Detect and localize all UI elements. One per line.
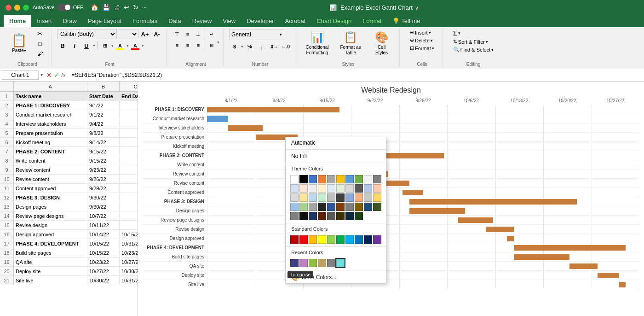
automatic-color-item[interactable]: Automatic (286, 137, 386, 148)
cell-start-date[interactable]: 10/23/22 (87, 257, 120, 266)
cell-end-date[interactable] (120, 147, 138, 156)
decrease-font-button[interactable]: A- (151, 29, 162, 39)
table-row[interactable]: 15 Revise design 10/11/22 (0, 221, 138, 230)
cell-task-name[interactable]: Revise content (14, 175, 87, 183)
align-left-button[interactable]: ≡ (172, 40, 182, 50)
color-swatch[interactable] (327, 184, 335, 193)
col-header-c[interactable]: C (120, 82, 138, 91)
color-swatch[interactable] (290, 212, 299, 220)
font-family-select[interactable]: Calibri (Body) (57, 29, 117, 39)
color-swatch[interactable] (336, 259, 345, 267)
increase-font-button[interactable]: A+ (139, 29, 150, 39)
gantt-bar[interactable] (207, 107, 339, 112)
color-swatch[interactable] (318, 203, 326, 211)
cell-start-date[interactable]: 9/30/22 (87, 202, 120, 211)
col-header-b[interactable]: B (87, 82, 120, 91)
gantt-bar[interactable] (409, 199, 577, 205)
color-swatch[interactable] (345, 203, 354, 211)
color-swatch[interactable] (364, 193, 372, 202)
color-swatch[interactable] (355, 184, 363, 193)
merge-button[interactable]: ⊞ (207, 40, 217, 50)
color-swatch[interactable] (309, 193, 317, 202)
cell-end-date[interactable]: 10/15/22 (120, 230, 138, 239)
table-row[interactable]: 20 Deploy site 10/27/22 10/30/22 3 (0, 267, 138, 276)
color-swatch[interactable] (290, 184, 299, 193)
color-swatch[interactable] (299, 259, 308, 267)
color-swatch[interactable] (299, 184, 308, 193)
underline-button[interactable]: U (81, 41, 92, 51)
cell-task-name[interactable]: Content approved (14, 184, 87, 193)
format-as-table-button[interactable]: 📋 Format as Table (335, 29, 366, 58)
fill-arrow-icon[interactable]: ▾ (126, 43, 129, 48)
cell-start-date[interactable]: 9/1/22 (87, 101, 120, 110)
color-swatch[interactable] (318, 235, 326, 244)
gantt-bar[interactable] (207, 116, 228, 122)
cell-task-name[interactable]: Review page designs (14, 211, 87, 220)
align-bottom-button[interactable]: ⊥ (193, 29, 203, 39)
name-box[interactable] (2, 70, 39, 80)
cell-task-name[interactable]: QA site (14, 257, 87, 266)
cell-start-date[interactable]: 9/15/22 (87, 156, 120, 165)
cancel-formula-icon[interactable]: ✕ (46, 71, 52, 79)
color-swatch[interactable] (355, 212, 363, 220)
number-format-select[interactable]: General ▾ (229, 29, 284, 40)
table-row[interactable]: 5 Prepare presentation 9/8/22 (0, 129, 138, 138)
accounting-arrow[interactable]: ▾ (241, 44, 243, 49)
color-swatch[interactable] (373, 193, 381, 202)
cell-end-date[interactable] (120, 175, 138, 183)
cell-end-date[interactable] (120, 193, 138, 202)
print-icon[interactable]: 🖨 (114, 4, 120, 11)
cell-end-date[interactable]: 10/30/22 (120, 267, 138, 275)
table-row[interactable]: 2 PHASE 1: DISCOVERY 9/1/22 (0, 101, 138, 110)
cell-task-name[interactable]: PHASE 4: DEVELOPMENT (14, 239, 87, 248)
cell-task-name[interactable]: Build site pages (14, 248, 87, 257)
gantt-bar[interactable] (569, 263, 598, 269)
tab-developer[interactable]: Developer (241, 15, 279, 27)
color-swatch[interactable] (373, 175, 381, 183)
table-row[interactable]: 13 Design pages 9/30/22 (0, 202, 138, 211)
tab-tell-me[interactable]: 💡Tell me (387, 15, 426, 27)
cell-end-date[interactable] (120, 184, 138, 193)
tab-home[interactable]: Home (4, 15, 31, 27)
color-swatch[interactable] (373, 203, 381, 211)
format-painter-button[interactable]: 🖌 (33, 50, 47, 58)
delete-button[interactable]: ⊖ Delete ▾ (407, 37, 437, 44)
cell-start-date[interactable]: 10/7/22 (87, 211, 120, 220)
color-swatch[interactable] (299, 235, 308, 244)
cell-end-date[interactable] (120, 129, 138, 137)
italic-button[interactable]: I (69, 41, 80, 51)
fill-color-button[interactable]: A (115, 41, 126, 51)
color-swatch[interactable] (309, 184, 317, 193)
color-swatch[interactable] (336, 175, 345, 183)
color-swatch[interactable] (299, 175, 308, 183)
color-swatch[interactable] (290, 193, 299, 202)
tab-chart-design[interactable]: Chart Design (311, 15, 357, 27)
color-swatch[interactable] (309, 175, 317, 183)
conditional-formatting-button[interactable]: 📊 Conditional Formatting (301, 29, 334, 58)
formula-input[interactable] (69, 71, 642, 79)
tab-page-layout[interactable]: Page Layout (82, 15, 127, 27)
table-row[interactable]: 11 Content approved 9/29/22 (0, 184, 138, 193)
tab-acrobat[interactable]: Acrobat (280, 15, 311, 27)
cell-task-name[interactable]: Write content (14, 156, 87, 165)
color-swatch[interactable] (309, 212, 317, 220)
color-swatch[interactable] (345, 193, 354, 202)
color-swatch[interactable] (336, 235, 345, 244)
paste-button[interactable]: 📋 Paste ▾ (7, 32, 31, 55)
format-button[interactable]: ⊟ Format ▾ (407, 45, 437, 52)
minimize-button[interactable] (14, 5, 20, 11)
autosave-control[interactable]: AutoSave OFF (33, 4, 83, 11)
insert-function-icon[interactable]: fx (61, 71, 66, 78)
table-row[interactable]: 10 Revise content 9/26/22 (0, 175, 138, 184)
align-center-button[interactable]: ≡ (183, 40, 193, 50)
cell-start-date[interactable]: 9/4/22 (87, 119, 120, 128)
color-swatch[interactable] (373, 235, 381, 244)
table-row[interactable]: 18 Build site pages 10/15/22 10/23/22 8 (0, 248, 138, 257)
cut-button[interactable]: ✂ (33, 29, 47, 38)
color-swatch[interactable] (327, 259, 335, 267)
color-swatch[interactable] (364, 175, 372, 183)
tab-insert[interactable]: Insert (31, 15, 58, 27)
color-swatch[interactable] (327, 203, 335, 211)
cell-start-date[interactable]: 9/26/22 (87, 175, 120, 183)
color-swatch[interactable] (318, 184, 326, 193)
